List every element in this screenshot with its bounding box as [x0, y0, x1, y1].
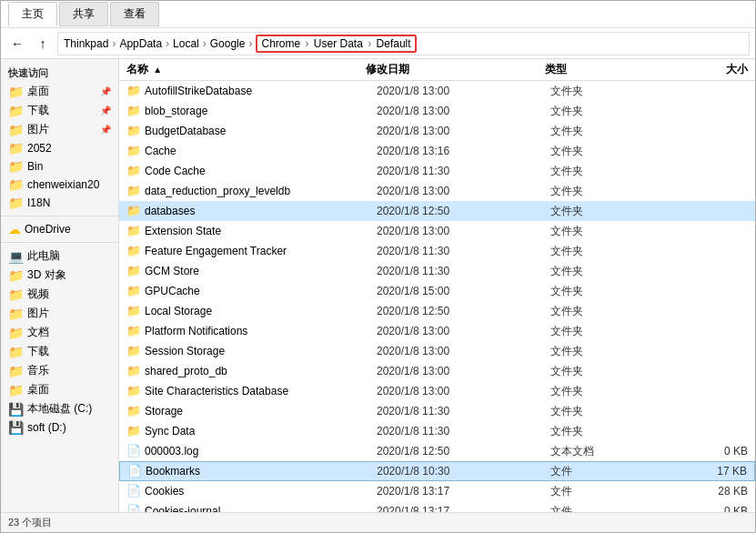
tab-home[interactable]: 主页	[8, 2, 57, 26]
sidebar-item-thispc[interactable]: 💻 此电脑	[1, 246, 118, 266]
folder-icon: 📁	[126, 144, 141, 158]
folder-icon: 📁	[126, 84, 141, 98]
path-sep-5: ›	[306, 37, 309, 50]
sidebar-item-i18n[interactable]: 📁 I18N	[1, 194, 118, 212]
sidebar-item-bin[interactable]: 📁 Bin	[1, 157, 118, 176]
status-bar: 23 个项目	[1, 512, 755, 532]
sidebar-item-2052[interactable]: 📁 2052	[1, 139, 118, 157]
computer-icon: 💻	[8, 249, 24, 264]
table-row-bookmarks[interactable]: 📄 Bookmarks 2020/1/8 10:30 文件 17 KB	[119, 461, 755, 481]
path-sep-3: ›	[203, 37, 207, 50]
sidebar-item-3dobjects[interactable]: 📁 3D 对象	[1, 266, 118, 285]
folder-icon: 📁	[8, 268, 24, 283]
table-row[interactable]: 📁 data_reduction_proxy_leveldb 2020/1/8 …	[119, 181, 755, 201]
sidebar-item-documents[interactable]: 📁 文档	[1, 323, 118, 342]
sidebar-item-cdrive[interactable]: 💾 本地磁盘 (C:)	[1, 399, 118, 418]
table-row[interactable]: 📁 Cache 2020/1/8 13:16 文件夹	[119, 141, 755, 161]
status-text: 23 个项目	[8, 516, 52, 529]
sidebar-item-videos[interactable]: 📁 视频	[1, 285, 118, 304]
path-part-userdata[interactable]: User Data	[314, 37, 363, 50]
col-header-size[interactable]: 大小	[664, 62, 748, 77]
table-row[interactable]: 📁 Storage 2020/1/8 11:30 文件夹	[119, 401, 755, 421]
folder-icon: 📁	[126, 324, 141, 338]
path-part-google[interactable]: Google	[210, 37, 246, 50]
table-row-000003log[interactable]: 📄 000003.log 2020/1/8 12:50 文本文档 0 KB	[119, 441, 755, 461]
sidebar-item-downloads2[interactable]: 📁 下载	[1, 342, 118, 361]
table-row-cookies-journal[interactable]: 📄 Cookies-journal 2020/1/8 13:17 文件 0 KB	[119, 501, 755, 512]
quick-access-header: 快速访问	[1, 63, 118, 82]
table-row-cookies[interactable]: 📄 Cookies 2020/1/8 13:17 文件 28 KB	[119, 481, 755, 501]
left-panel: 快速访问 📁 桌面 📌 📁 下载 📌 📁 图片 📌 📁 2052 �	[1, 59, 119, 512]
pin-icon: 📌	[100, 125, 111, 135]
table-row-platform-notifications[interactable]: 📁 Platform Notifications 2020/1/8 13:00 …	[119, 321, 755, 341]
sidebar-item-onedrive[interactable]: ☁ OneDrive	[1, 220, 118, 238]
table-row[interactable]: 📁 GCM Store 2020/1/8 11:30 文件夹	[119, 261, 755, 281]
path-container[interactable]: Thinkpad › AppData › Local › Google › Ch…	[57, 32, 750, 55]
path-sep-1: ›	[112, 37, 116, 50]
path-part-local[interactable]: Local	[173, 37, 199, 50]
table-row-local-storage[interactable]: 📁 Local Storage 2020/1/8 12:50 文件夹	[119, 301, 755, 321]
sidebar-item-music[interactable]: 📁 音乐	[1, 361, 118, 380]
folder-icon: 📁	[126, 364, 141, 378]
col-header-date[interactable]: 修改日期	[366, 62, 545, 77]
path-part-thinkpad[interactable]: Thinkpad	[64, 37, 108, 50]
folder-icon: 📁	[126, 204, 141, 218]
drive-icon: 💾	[8, 420, 24, 435]
folder-icon: 📁	[8, 196, 24, 210]
col-header-type[interactable]: 类型	[545, 62, 664, 77]
path-part-appdata[interactable]: AppData	[119, 37, 162, 50]
folder-icon: 📁	[8, 383, 24, 397]
folder-icon: 📁	[8, 123, 24, 137]
folder-icon: 📁	[126, 124, 141, 138]
col-header-name[interactable]: 名称 ▲	[126, 62, 366, 77]
folder-icon: 📁	[8, 159, 24, 174]
folder-icon: 📁	[126, 164, 141, 178]
sidebar-item-ddrive[interactable]: 💾 soft (D:)	[1, 418, 118, 437]
path-sep-4: ›	[248, 37, 252, 50]
file-icon: 📄	[126, 444, 141, 458]
table-row[interactable]: 📁 Sync Data 2020/1/8 11:30 文件夹	[119, 421, 755, 441]
back-button[interactable]: ←	[6, 33, 28, 55]
folder-icon: ☁	[8, 222, 21, 236]
folder-icon: 📁	[126, 284, 141, 298]
folder-icon: 📁	[8, 177, 24, 192]
path-part-chrome[interactable]: Chrome	[261, 37, 300, 50]
sidebar-item-pictures[interactable]: 📁 图片 📌	[1, 120, 118, 139]
table-row[interactable]: 📁 shared_proto_db 2020/1/8 13:00 文件夹	[119, 361, 755, 381]
main-content: 快速访问 📁 桌面 📌 📁 下载 📌 📁 图片 📌 📁 2052 �	[1, 59, 755, 512]
folder-icon: 📁	[126, 404, 141, 418]
path-part-default[interactable]: Default	[377, 37, 411, 50]
tab-bar: 主页 共享 查看	[1, 1, 755, 28]
table-row[interactable]: 📁 AutofillStrikeDatabase 2020/1/8 13:00 …	[119, 81, 755, 101]
table-row[interactable]: 📁 Feature Engagement Tracker 2020/1/8 11…	[119, 241, 755, 261]
tab-view[interactable]: 查看	[110, 2, 159, 26]
folder-icon: 📁	[126, 304, 141, 318]
sidebar-item-pictures2[interactable]: 📁 图片	[1, 304, 118, 323]
table-row[interactable]: 📁 BudgetDatabase 2020/1/8 13:00 文件夹	[119, 121, 755, 141]
file-list-header: 名称 ▲ 修改日期 类型 大小	[119, 59, 755, 81]
sidebar-item-desktop2[interactable]: 📁 桌面	[1, 380, 118, 399]
sort-arrow: ▲	[153, 65, 162, 75]
table-row-session-storage[interactable]: 📁 Session Storage 2020/1/8 13:00 文件夹	[119, 341, 755, 361]
folder-icon: 📁	[8, 326, 24, 340]
table-row-databases[interactable]: 📁 databases 2020/1/8 12:50 文件夹	[119, 201, 755, 221]
drive-icon: 💾	[8, 402, 24, 417]
sidebar-item-chenweixian[interactable]: 📁 chenweixian20	[1, 176, 118, 194]
tab-share[interactable]: 共享	[59, 2, 108, 26]
table-row[interactable]: 📁 blob_storage 2020/1/8 13:00 文件夹	[119, 101, 755, 121]
table-row[interactable]: 📁 Code Cache 2020/1/8 11:30 文件夹	[119, 161, 755, 181]
folder-icon: 📁	[8, 104, 24, 118]
divider-1	[1, 216, 118, 216]
folder-icon: 📁	[8, 345, 24, 359]
table-row-extension-state[interactable]: 📁 Extension State 2020/1/8 13:00 文件夹	[119, 221, 755, 241]
divider-2	[1, 242, 118, 243]
sidebar-item-downloads[interactable]: 📁 下载 📌	[1, 101, 118, 120]
pin-icon: 📌	[100, 106, 111, 116]
path-sep-2: ›	[166, 37, 169, 50]
right-panel: 名称 ▲ 修改日期 类型 大小 📁 AutofillStrikeDatabase…	[119, 59, 755, 512]
sidebar-item-desktop[interactable]: 📁 桌面 📌	[1, 82, 118, 101]
table-row[interactable]: 📁 GPUCache 2020/1/8 15:00 文件夹	[119, 281, 755, 301]
table-row-site-characteristics[interactable]: 📁 Site Characteristics Database 2020/1/8…	[119, 381, 755, 401]
folder-icon: 📁	[126, 184, 141, 198]
forward-button[interactable]: ↑	[32, 33, 54, 55]
